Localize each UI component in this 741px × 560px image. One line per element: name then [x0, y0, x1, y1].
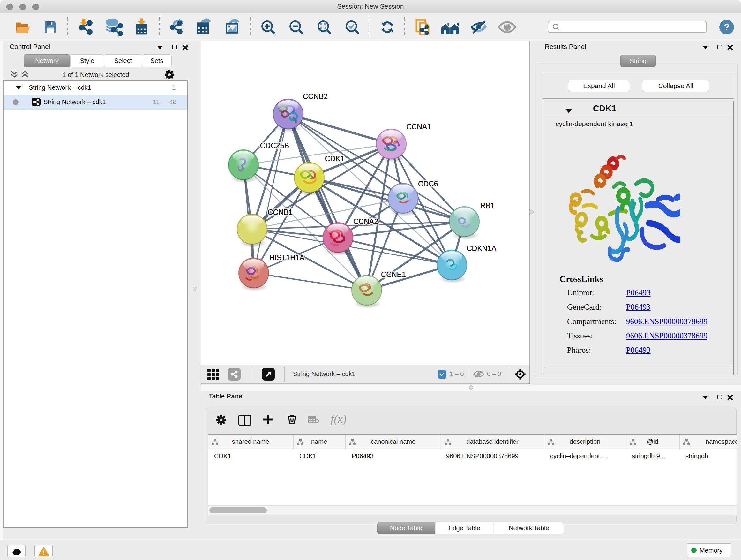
svg-text:CCNB1: CCNB1 — [268, 208, 293, 216]
svg-text:CCNE1: CCNE1 — [381, 270, 406, 279]
svg-text:CCNA1: CCNA1 — [406, 123, 431, 131]
svg-text:HIST1H1A: HIST1H1A — [269, 253, 305, 262]
svg-text:CDC6: CDC6 — [418, 180, 438, 188]
svg-text:CDK1: CDK1 — [325, 154, 344, 163]
svg-text:CCNA2: CCNA2 — [353, 217, 378, 226]
svg-text:CDC25B: CDC25B — [260, 141, 289, 150]
svg-text:CCNB2: CCNB2 — [303, 92, 328, 101]
svg-text:RB1: RB1 — [480, 201, 495, 210]
svg-text:CDKN1A: CDKN1A — [467, 244, 496, 253]
